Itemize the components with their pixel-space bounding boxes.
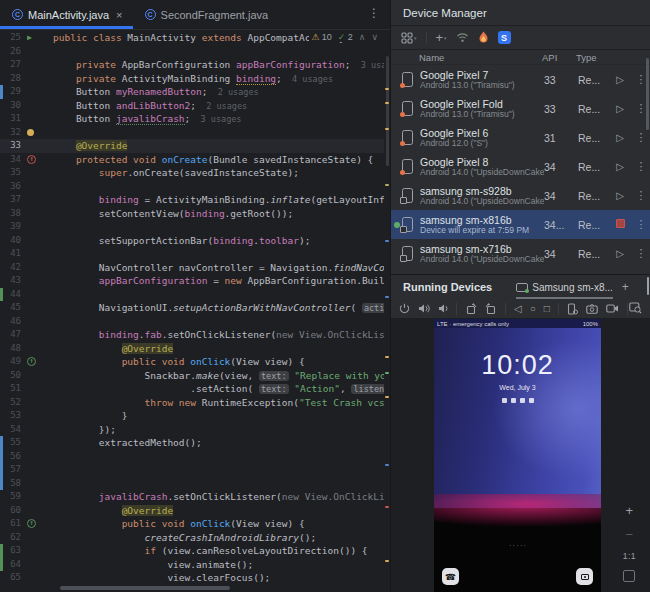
tab-secondfragment[interactable]: C SecondFragment.java (133, 0, 279, 29)
overridden-marker-icon[interactable]: ↑ (27, 155, 36, 164)
inspections-widget[interactable]: ⚠ 10 ✓ 2 ∧ ∨ (309, 32, 380, 42)
column-type[interactable]: Type (576, 52, 650, 63)
group-devices-icon[interactable]: ▾ (401, 32, 417, 44)
code-line[interactable]: 45 NavigationUI.setupActionBarWithNavCon… (0, 301, 384, 315)
code-line[interactable]: 39 (0, 220, 384, 234)
error-stripe-mark[interactable] (385, 128, 389, 130)
code-line[interactable]: 44 (0, 288, 384, 302)
code-line[interactable]: 27 private AppBarConfiguration appBarCon… (0, 58, 384, 72)
code-line[interactable]: 42 NavController navController = Navigat… (0, 261, 384, 275)
screenshot-icon[interactable] (586, 304, 598, 314)
start-device-button[interactable]: ▷ (608, 190, 632, 201)
error-stripe-mark[interactable] (385, 464, 389, 466)
code-line[interactable]: 33 @Override (0, 139, 384, 153)
code-line[interactable]: 52 throw new RuntimeException("Test Cras… (0, 396, 384, 410)
code-line[interactable]: 57 (0, 463, 384, 477)
zoom-in-icon[interactable]: + (626, 503, 634, 518)
code-line[interactable]: 31 Button javalibCrash; 3 usages (0, 112, 384, 126)
code-line[interactable]: 38 setContentView(binding.getRoot()); (0, 207, 384, 221)
editor-code[interactable]: 25▶public class MainActivity extends App… (0, 31, 384, 585)
device-row[interactable]: samsung sm-x716bAndroid 14.0 ("UpsideDow… (391, 239, 650, 268)
device-more-icon[interactable]: ⋮ (632, 131, 650, 144)
horizontal-scrollbar[interactable] (60, 586, 230, 590)
code-line[interactable]: 53 } (0, 409, 384, 423)
fit-to-window-icon[interactable] (623, 570, 635, 582)
device-row[interactable]: Google Pixel 6Android 12.0 ("S")31Re...▷… (391, 123, 650, 152)
code-line[interactable]: 35 super.onCreate(savedInstanceState); (0, 166, 384, 180)
code-line[interactable]: 47 binding.fab.setOnClickListener(new Vi… (0, 328, 384, 342)
code-line[interactable]: 63 if (view.canResolveLayoutDirection())… (0, 544, 384, 558)
code-line[interactable]: 60 @Override (0, 504, 384, 518)
error-stripe-mark[interactable] (385, 372, 389, 374)
code-line[interactable]: 40 setSupportActionBar(binding.toolbar); (0, 234, 384, 248)
intention-bulb-icon[interactable] (27, 129, 34, 136)
new-device-tab-icon[interactable]: + (619, 280, 632, 294)
error-stripe-mark[interactable] (385, 560, 389, 562)
code-line[interactable]: 56 (0, 450, 384, 464)
code-line[interactable]: 62 createCrashInAndroidLibrary(); (0, 531, 384, 545)
samsung-device-icon[interactable]: S (498, 31, 511, 44)
code-line[interactable]: 50 Snackbar.make(view, text: "Replace wi… (0, 369, 384, 383)
overriding-marker-icon[interactable]: ↑ (27, 519, 36, 528)
volume-down-icon[interactable] (438, 303, 448, 314)
code-line[interactable]: 30 Button andLibButton2; 2 usages (0, 99, 384, 113)
device-more-icon[interactable]: ⋮ (632, 160, 650, 173)
code-line[interactable]: 43 appBarConfiguration = new AppBarConfi… (0, 274, 384, 288)
start-device-button[interactable]: ▷ (608, 248, 632, 259)
start-device-button[interactable]: ▷ (608, 103, 632, 114)
code-line[interactable]: 49↑ public void onClick(View view) { (0, 355, 384, 369)
code-line[interactable]: 41 (0, 247, 384, 261)
code-line[interactable]: 55 extractedMethod(); (0, 436, 384, 450)
device-settings-icon[interactable] (567, 303, 578, 315)
overriding-marker-icon[interactable]: ↑ (27, 357, 36, 366)
column-api[interactable]: API (542, 52, 576, 63)
pair-wifi-icon[interactable] (456, 32, 469, 43)
device-more-icon[interactable]: ⋮ (632, 218, 650, 231)
device-more-icon[interactable]: ⋮ (632, 189, 650, 202)
run-gutter-icon[interactable]: ▶ (27, 31, 32, 45)
code-line[interactable]: 61↑ public void onClick(View view) { (0, 517, 384, 531)
error-stripe-mark[interactable] (385, 88, 389, 90)
rotate-right-icon[interactable] (485, 303, 497, 315)
tab-mainactivity[interactable]: C MainActivity.java × (0, 0, 133, 29)
stop-device-button[interactable] (608, 219, 632, 230)
error-stripe-mark[interactable] (385, 356, 389, 358)
start-device-button[interactable]: ▷ (608, 74, 632, 85)
device-row[interactable]: Google Pixel FoldAndroid 13.0 ("Tiramisu… (391, 94, 650, 123)
device-row[interactable]: samsung sm-x816bDevice will expire at 7:… (391, 210, 650, 239)
next-issue-icon[interactable]: ∨ (371, 32, 378, 42)
device-list-scrollbar[interactable] (646, 58, 649, 130)
code-line[interactable]: 37 binding = ActivityMainBinding.inflate… (0, 193, 384, 207)
start-device-button[interactable]: ▷ (608, 132, 632, 143)
error-stripe-mark[interactable] (385, 296, 389, 298)
code-line[interactable]: 64 view.animate(); (0, 558, 384, 572)
code-line[interactable]: 29 Button myRenamedButton; 2 usages (0, 85, 384, 99)
code-line[interactable]: 65 view.clearFocus(); (0, 571, 384, 585)
error-stripe-mark[interactable] (385, 396, 389, 398)
volume-up-icon[interactable] (418, 303, 430, 314)
code-line[interactable]: 51 .setAction( text: "Action", listener:… (0, 382, 384, 396)
camera-shortcut-button[interactable] (576, 568, 593, 585)
device-more-icon[interactable]: ⋮ (632, 247, 650, 260)
code-line[interactable]: 59 javalibCrash.setOnClickListener(new V… (0, 490, 384, 504)
prev-issue-icon[interactable]: ∧ (359, 32, 366, 42)
window-mode-icon[interactable] (644, 280, 650, 294)
error-stripe-mark[interactable] (385, 102, 389, 104)
add-device-icon[interactable]: + ▾ (436, 30, 447, 45)
back-icon[interactable]: ◁ (514, 303, 522, 314)
home-icon[interactable]: ○ (530, 303, 536, 314)
code-line[interactable]: 58 (0, 477, 384, 491)
tab-options-icon[interactable]: ⋮ (368, 0, 390, 29)
rotate-left-icon[interactable] (465, 303, 477, 315)
code-line[interactable]: 28 private ActivityMainBinding binding; … (0, 72, 384, 86)
screen-record-icon[interactable] (606, 304, 619, 313)
scrollbar-thumb[interactable] (386, 56, 389, 166)
device-row[interactable]: Google Pixel 8Android 14.0 ("UpsideDownC… (391, 152, 650, 181)
code-line[interactable]: 32 (0, 126, 384, 140)
code-line[interactable]: 54 }); (0, 423, 384, 437)
close-tab-icon[interactable]: × (116, 9, 122, 21)
error-stripe-mark[interactable] (385, 240, 389, 242)
start-device-button[interactable]: ▷ (608, 161, 632, 172)
firebase-icon[interactable] (478, 31, 489, 44)
actual-size-button[interactable]: 1:1 (623, 551, 636, 561)
